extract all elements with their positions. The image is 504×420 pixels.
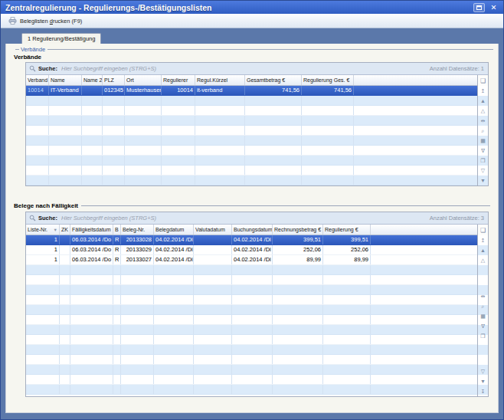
- app-window: Zentralregulierung - Regulierungs-/Bestä…: [0, 0, 504, 420]
- table-row[interactable]: [26, 126, 477, 136]
- column-header-gesamtbetrag[interactable]: Gesamtbetrag €: [245, 75, 302, 85]
- column-header-liste-nr[interactable]: Liste-Nr.▼: [26, 225, 60, 235]
- table-row[interactable]: [26, 265, 477, 275]
- cell-verband: [26, 176, 49, 185]
- filter-icon[interactable]: ∇: [478, 146, 488, 156]
- column-chooser-icon[interactable]: ❏: [478, 76, 488, 86]
- column-header-name[interactable]: Name: [49, 75, 82, 85]
- cell-name: [49, 126, 82, 135]
- cell-filler: [371, 235, 477, 244]
- column-header-verband[interactable]: Verband: [26, 75, 49, 85]
- table-row[interactable]: [26, 355, 477, 365]
- column-header-valutadatum[interactable]: Valutadatum: [194, 225, 232, 235]
- column-header-belegdatum[interactable]: Belegdatum: [154, 225, 194, 235]
- tab-regulierung-bestaetigung[interactable]: 1 Regulierung/Bestätigung: [21, 33, 101, 44]
- table-row[interactable]: [26, 325, 477, 335]
- table-row[interactable]: [26, 335, 477, 345]
- cell-f-lligkeitsdatum: [70, 305, 113, 314]
- filter-icon[interactable]: ∇: [478, 321, 488, 331]
- table-row[interactable]: [26, 315, 477, 325]
- table-row[interactable]: [26, 385, 477, 395]
- table-row[interactable]: [26, 166, 477, 176]
- page-up-icon[interactable]: △: [478, 255, 488, 265]
- column-header-zk[interactable]: ZK: [60, 225, 70, 235]
- verbaende-search-input[interactable]: [60, 64, 427, 73]
- page-up-icon[interactable]: △: [478, 106, 488, 116]
- scroll-top-icon[interactable]: ↥: [478, 86, 488, 96]
- cell-buchungsdatum: [232, 315, 273, 324]
- belege-search-input[interactable]: [60, 214, 427, 222]
- cell-rechnungsbetrag: [273, 345, 323, 354]
- cell-liste-nr: [26, 355, 60, 364]
- restore-button[interactable]: [473, 3, 485, 12]
- column-header-regul-k-rzel[interactable]: Regul.Kürzel: [195, 75, 245, 85]
- scroll-bottom-icon[interactable]: ↧: [478, 185, 488, 186]
- column-header-ort[interactable]: Ort: [125, 75, 162, 85]
- table-row[interactable]: [26, 305, 477, 315]
- column-chooser-icon[interactable]: ❏: [478, 225, 488, 235]
- row-down-icon[interactable]: ▼: [478, 176, 488, 185]
- column-header-buchungsdatum[interactable]: Buchungsdatum: [232, 225, 273, 235]
- row-up-icon[interactable]: ▲: [478, 96, 488, 106]
- table-row[interactable]: 106.03.2014 /DoR2013302904.02.2014 /Di04…: [26, 245, 477, 255]
- table-row[interactable]: [26, 116, 477, 126]
- scroll-top-icon[interactable]: ↥: [478, 235, 488, 245]
- column-header-name-2[interactable]: Name 2: [82, 75, 103, 85]
- cell-regulierung: [323, 355, 371, 364]
- table-row[interactable]: [26, 365, 477, 375]
- table-row-selected[interactable]: 10014IT-Verband012345Musterhausen10014it…: [26, 86, 477, 96]
- column-header-b[interactable]: B: [113, 225, 121, 235]
- page-down-icon[interactable]: ▽: [478, 166, 488, 176]
- column-header-regulierung[interactable]: Regulierung €: [323, 225, 371, 235]
- cell-beleg-nr: [121, 385, 154, 394]
- page-down-icon[interactable]: ▽: [478, 366, 488, 376]
- row-up-icon[interactable]: ▲: [478, 245, 488, 255]
- zoom-icon[interactable]: ⌕: [478, 301, 488, 311]
- window-titlebar[interactable]: Zentralregulierung - Regulierungs-/Bestä…: [1, 1, 503, 14]
- print-beleglisten-button[interactable]: Beleglisten drucken (F9): [5, 16, 86, 25]
- table-row[interactable]: [26, 106, 477, 116]
- table-row[interactable]: [26, 375, 477, 385]
- column-header-rechnungsbetrag[interactable]: Rechnungsbetrag €: [273, 225, 323, 235]
- column-header-regulierung-ges[interactable]: Regulierung Ges. €: [302, 75, 354, 85]
- cell-beleg-nr: 20133028: [121, 235, 154, 244]
- cell-valutadatum: [194, 335, 232, 344]
- table-row-selected[interactable]: 106.03.2014 /DoR2013302804.02.2014 /Di04…: [26, 235, 477, 245]
- zoom-icon[interactable]: ⌕: [478, 126, 488, 136]
- cell-b: [113, 365, 121, 374]
- table-row[interactable]: [26, 156, 477, 166]
- cell-b: [113, 325, 121, 334]
- close-button[interactable]: ✕: [488, 3, 499, 12]
- table-row[interactable]: [26, 285, 477, 295]
- copy-icon[interactable]: ❐: [478, 156, 488, 166]
- table-row[interactable]: [26, 345, 477, 355]
- export-icon[interactable]: ▦: [478, 311, 488, 321]
- fit-columns-icon[interactable]: ⇹: [478, 291, 488, 301]
- caption-line: [81, 205, 490, 206]
- row-down-icon[interactable]: ▼: [478, 376, 488, 386]
- column-header-beleg-nr[interactable]: Beleg-Nr.: [121, 225, 154, 235]
- table-row[interactable]: [26, 295, 477, 305]
- table-row[interactable]: [26, 275, 477, 285]
- column-header-plz[interactable]: PLZ: [103, 75, 125, 85]
- cell-filler: [354, 166, 477, 175]
- cell-beleg-nr: [121, 365, 154, 374]
- close-icon: ✕: [491, 3, 497, 11]
- table-row[interactable]: [26, 176, 477, 185]
- copy-icon[interactable]: ❐: [478, 331, 488, 341]
- table-row[interactable]: [26, 96, 477, 106]
- cell-filler: [371, 365, 477, 374]
- cell-beleg-nr: [121, 355, 154, 364]
- column-header-regulierer[interactable]: Regulierer: [162, 75, 195, 85]
- cell-f-lligkeitsdatum: [70, 315, 113, 324]
- fit-columns-icon[interactable]: ⇹: [478, 116, 488, 126]
- toolbar: Beleglisten drucken (F9): [1, 14, 503, 28]
- table-row[interactable]: [26, 136, 477, 146]
- table-row[interactable]: 106.03.2014 /DoR2013302704.02.2014 /Di04…: [26, 255, 477, 265]
- cell-ort: [125, 166, 162, 175]
- cell-buchungsdatum: [232, 375, 273, 384]
- scroll-bottom-icon[interactable]: ↧: [478, 386, 488, 396]
- export-icon[interactable]: ▦: [478, 136, 488, 146]
- table-row[interactable]: [26, 146, 477, 156]
- column-header-f-lligkeitsdatum[interactable]: Fälligkeitsdatum: [70, 225, 113, 235]
